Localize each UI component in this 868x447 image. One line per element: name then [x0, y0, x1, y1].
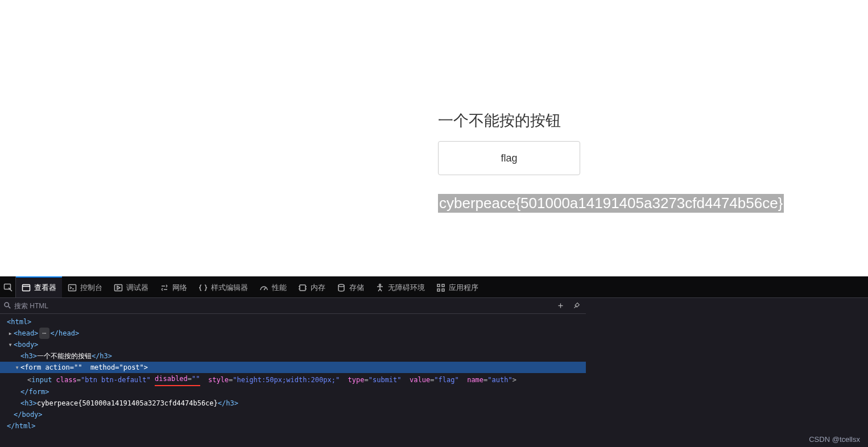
rendered-page: 一个不能按的按钮 flag cyberpeace{501000a14191405… [0, 0, 868, 276]
inspector-icon [22, 283, 31, 292]
dom-row[interactable]: <h3>cyberpeace{501000a14191405a3273cfd44… [0, 398, 586, 409]
memory-icon [298, 283, 307, 292]
tab-inspector[interactable]: 查看器 [16, 276, 62, 297]
debugger-icon [114, 283, 123, 292]
collapse-toggle[interactable]: ▾ [14, 362, 20, 373]
tab-debugger[interactable]: 调试器 [108, 276, 154, 297]
svg-rect-18 [442, 289, 444, 291]
accessibility-icon [375, 283, 385, 292]
performance-icon [259, 283, 268, 292]
search-input[interactable] [14, 302, 551, 310]
dom-row[interactable]: <html> [0, 316, 586, 328]
add-node-button[interactable] [554, 300, 567, 312]
tab-label: 应用程序 [449, 283, 478, 293]
storage-icon [337, 283, 346, 292]
tab-label: 网络 [172, 283, 187, 293]
tab-storage[interactable]: 存储 [331, 276, 370, 297]
page-title: 一个不能按的按钮 [438, 110, 580, 131]
expand-toggle[interactable]: ▸ [7, 328, 14, 339]
devtools-panel: 查看器 控制台 调试器 网络 样式编辑器 [0, 276, 868, 447]
tab-application[interactable]: 应用程序 [431, 276, 484, 297]
ellipsis-icon[interactable]: ⋯ [39, 328, 49, 339]
dom-row[interactable]: </body> [0, 409, 586, 420]
svg-marker-6 [117, 286, 120, 289]
svg-point-14 [379, 284, 381, 285]
tab-style-editor[interactable]: 样式编辑器 [193, 276, 254, 297]
svg-rect-3 [69, 284, 76, 291]
svg-rect-5 [115, 284, 122, 291]
search-icon [3, 301, 11, 311]
svg-point-13 [338, 284, 344, 287]
svg-rect-1 [23, 284, 30, 291]
network-icon [160, 283, 169, 292]
tab-label: 调试器 [126, 283, 148, 293]
style-icon [199, 283, 208, 292]
tab-label: 控制台 [80, 283, 102, 293]
collapse-toggle[interactable]: ▾ [7, 339, 14, 350]
dom-row-selected[interactable]: ▾<form action="" method="post"> [0, 362, 586, 373]
watermark: CSDN @tcellsx [809, 435, 860, 444]
tab-label: 样式编辑器 [211, 283, 248, 293]
svg-line-7 [264, 288, 266, 290]
dom-tree[interactable]: <html> ▸<head>⋯</head> ▾<body> <h3>一个不能按… [0, 314, 586, 434]
dom-row[interactable]: <h3>一个不能按的按钮</h3> [0, 350, 586, 362]
console-icon [68, 283, 77, 292]
svg-point-19 [5, 303, 9, 307]
svg-rect-16 [442, 284, 444, 287]
svg-rect-17 [437, 289, 440, 291]
devtools-tabstrip: 查看器 控制台 调试器 网络 样式编辑器 [0, 276, 868, 298]
flag-output: cyberpeace{501000a14191405a3273cfd4474b5… [438, 194, 784, 213]
tab-label: 内存 [311, 283, 325, 293]
tab-accessibility[interactable]: 无障碍环境 [370, 276, 431, 297]
tab-console[interactable]: 控制台 [62, 276, 108, 297]
tab-performance[interactable]: 性能 [254, 276, 292, 297]
dom-row[interactable]: </html> [0, 420, 586, 432]
svg-rect-8 [300, 285, 305, 291]
dom-row-input[interactable]: <input class="btn btn-default" disabled=… [0, 373, 586, 386]
flag-button[interactable]: flag [438, 141, 580, 175]
tab-memory[interactable]: 内存 [292, 276, 331, 297]
dom-row[interactable]: ▾<body> [0, 339, 586, 350]
tab-network[interactable]: 网络 [154, 276, 193, 297]
tab-label: 查看器 [34, 283, 56, 293]
application-icon [436, 283, 445, 292]
eyedropper-button[interactable] [570, 300, 582, 312]
dom-row[interactable]: </form> [0, 386, 586, 398]
dom-row[interactable]: ▸<head>⋯</head> [0, 328, 586, 339]
html-search-bar [0, 298, 586, 314]
tab-label: 无障碍环境 [388, 283, 425, 293]
svg-rect-15 [437, 284, 440, 287]
tab-label: 存储 [349, 283, 364, 293]
tab-label: 性能 [272, 283, 287, 293]
svg-line-20 [9, 306, 10, 308]
element-picker-button[interactable] [0, 276, 16, 297]
